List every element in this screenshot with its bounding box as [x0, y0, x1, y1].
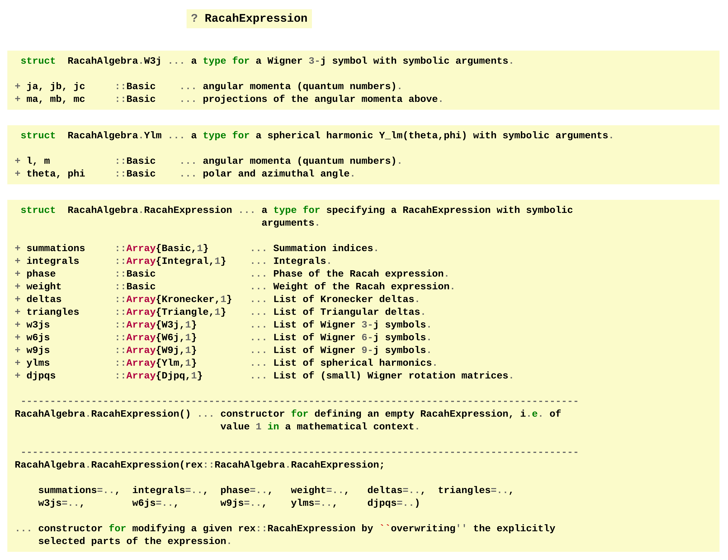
- code-segment: ...: [250, 268, 267, 280]
- code-segment: specifying a RacahExpression with symbol…: [320, 205, 573, 216]
- code-segment: , phase: [203, 485, 250, 496]
- code-segment: {Triangle,: [156, 307, 215, 318]
- code-segment: =..: [326, 485, 344, 496]
- code-segment: Array: [126, 256, 156, 267]
- code-segment: RacahExpression(): [91, 408, 197, 420]
- code-segment: {Djpq,: [156, 370, 191, 381]
- code-segment: j symbols: [373, 332, 426, 343]
- code-segment: ...: [179, 81, 197, 92]
- code-segment: 6-: [362, 332, 373, 343]
- code-segment: [15, 130, 21, 141]
- racahexpression-docstring-box: struct RacahAlgebra.RacahExpression ... …: [7, 200, 720, 552]
- code-segment: [15, 472, 21, 483]
- code-segment: , ylms: [262, 498, 315, 509]
- code-line: + w3js ::Array{W3j,1} ... List of Wigner…: [15, 319, 720, 331]
- code-segment: Array: [126, 307, 156, 318]
- code-segment: [15, 447, 21, 458]
- help-query-input[interactable]: ? RacahExpression: [187, 9, 312, 28]
- code-segment: +: [15, 94, 21, 105]
- code-segment: ----------------------------------------…: [21, 447, 579, 458]
- code-segment: for: [291, 408, 309, 420]
- code-segment: Array: [126, 370, 156, 381]
- code-segment: j symbols: [373, 345, 426, 356]
- code-segment: }: [191, 345, 250, 356]
- code-segment: .: [373, 243, 379, 254]
- code-segment: }: [197, 370, 250, 381]
- code-segment: Array: [126, 332, 156, 343]
- code-segment: .: [315, 217, 320, 229]
- code-segment: for: [109, 523, 126, 534]
- code-segment: Ylm: [144, 130, 168, 141]
- code-segment: RacahExpression(rex: [91, 459, 203, 471]
- code-segment: RacahExpression: [144, 205, 238, 216]
- code-segment: RacahAlgebra: [15, 459, 85, 471]
- code-line: + deltas ::Array{Kronecker,1} ... List o…: [15, 293, 720, 306]
- code-line: + phase ::Basic ... Phase of the Racah e…: [15, 268, 720, 280]
- code-segment: .: [432, 358, 438, 369]
- code-segment: }: [203, 243, 250, 254]
- code-segment: 1: [220, 294, 226, 305]
- code-line: [15, 229, 720, 242]
- code-segment: Basic: [126, 268, 250, 280]
- code-line: [15, 67, 720, 80]
- code-segment: ``: [379, 523, 391, 534]
- code-segment: a: [185, 130, 203, 141]
- code-segment: .: [326, 256, 332, 267]
- code-segment: =..: [62, 498, 79, 509]
- code-line: w3js=.., w6js=.., w9js=.., ylms=.., djpq…: [15, 497, 720, 510]
- code-segment: =..: [491, 485, 508, 496]
- code-segment: Phase of the Racah expression: [267, 268, 444, 280]
- code-line: [15, 142, 720, 155]
- code-segment: ::: [115, 81, 126, 92]
- code-line: struct RacahAlgebra.RacahExpression ... …: [15, 204, 720, 217]
- code-segment: ...: [250, 332, 267, 343]
- code-line: [15, 382, 720, 395]
- code-segment: w3js: [21, 319, 115, 330]
- code-segment: a spherical harmonic Y_lm(theta,phi) wit…: [250, 130, 608, 141]
- code-segment: ...: [179, 156, 197, 167]
- code-segment: ylms: [21, 358, 115, 369]
- code-segment: j symbol with symbolic arguments: [320, 56, 508, 67]
- code-segment: triangles: [21, 307, 115, 318]
- code-line: [15, 433, 720, 446]
- code-segment: , djpqs: [332, 498, 396, 509]
- code-line: + w9js ::Array{W9j,1} ... List of Wigner…: [15, 344, 720, 357]
- code-segment: +: [15, 332, 21, 343]
- code-segment: ...: [168, 130, 185, 141]
- code-line: + w6js ::Array{W6j,1} ... List of Wigner…: [15, 331, 720, 344]
- code-segment: ----------------------------------------…: [21, 396, 579, 407]
- code-segment: [15, 434, 21, 445]
- code-segment: .: [138, 56, 144, 67]
- code-segment: .: [420, 307, 426, 318]
- code-segment: {Basic,: [156, 243, 197, 254]
- code-segment: +: [15, 370, 21, 381]
- code-segment: ...: [250, 319, 267, 330]
- notebook-page: ? RacahExpression struct RacahAlgebra.W3…: [0, 0, 728, 552]
- code-segment: arguments: [15, 217, 315, 229]
- code-segment: =..: [244, 498, 262, 509]
- code-segment: +: [15, 294, 21, 305]
- code-line: + integrals ::Array{Integral,1} ... Inte…: [15, 255, 720, 268]
- code-segment: .: [449, 281, 455, 292]
- code-segment: +: [15, 268, 21, 280]
- code-segment: }: [220, 307, 250, 318]
- code-segment: List of Wigner: [267, 319, 362, 330]
- code-segment: [226, 130, 232, 141]
- code-line: RacahAlgebra.RacahExpression(rex::RacahA…: [15, 459, 720, 471]
- code-segment: .: [396, 81, 402, 92]
- code-segment: constructor: [215, 408, 291, 420]
- code-segment: +: [15, 345, 21, 356]
- code-segment: Basic: [126, 156, 179, 167]
- code-segment: ...: [15, 523, 32, 534]
- code-segment: ...: [250, 358, 267, 369]
- code-segment: RacahAlgebra: [15, 408, 85, 420]
- code-segment: .: [350, 168, 356, 179]
- code-segment: ...: [250, 281, 267, 292]
- code-segment: a: [185, 56, 203, 67]
- code-segment: type: [273, 205, 297, 216]
- code-segment: List of Triangular deltas: [267, 307, 420, 318]
- code-segment: }: [226, 294, 250, 305]
- code-segment: RacahAlgebra: [215, 459, 285, 471]
- code-segment: 1: [215, 307, 220, 318]
- code-segment: [15, 205, 21, 216]
